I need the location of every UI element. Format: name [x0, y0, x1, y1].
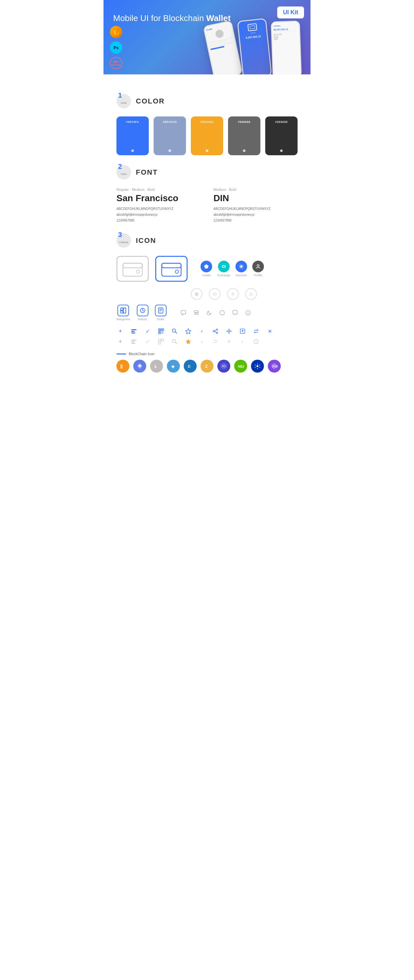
- chevron-ghost-icon: ‹: [198, 338, 206, 345]
- crypto-icons-row: ₿ Ł ◈: [116, 360, 298, 372]
- circle-icon: [218, 309, 226, 317]
- ghost-assets-icon: [191, 288, 202, 300]
- section-3-text: THREE: [119, 241, 129, 244]
- exchange-icon-group: Exchange: [217, 261, 230, 277]
- color-swatch-steel: #8DA0C8: [154, 116, 186, 155]
- din-uppercase: ABCDEFGHIJKLMNOPQRSTUVWXYZ: [213, 206, 298, 212]
- qr-icon: [157, 327, 165, 335]
- settings-icon: [225, 327, 233, 335]
- icon-section-header: 3 THREE ICON: [116, 233, 298, 248]
- svg-point-55: [228, 330, 230, 332]
- svg-rect-36: [131, 331, 135, 332]
- tool-icons: Ps 60+ Screens: [110, 26, 122, 69]
- speech-bubble-icon: [231, 309, 239, 317]
- section-1-number: 1: [118, 91, 122, 100]
- sf-numbers: 1234567890: [116, 218, 201, 223]
- svg-rect-35: [131, 329, 137, 330]
- wallet-icon-blue: [155, 256, 188, 282]
- color-swatch-orange: #F5A623: [191, 116, 223, 155]
- svg-point-47: [172, 329, 176, 332]
- color-swatch-gray: #666666: [228, 116, 260, 155]
- din-lowercase: abcdefghijklmnopqrstuvwxyz: [213, 212, 298, 218]
- btc-icon: ₿: [116, 360, 129, 372]
- dash-icon: D: [184, 360, 197, 372]
- svg-point-10: [240, 266, 242, 267]
- eth-icon: [133, 360, 146, 372]
- svg-point-11: [257, 264, 259, 267]
- main-content: 1 ONE COLOR #3574FA #8DA0C8 #F5A623 #666…: [104, 75, 310, 382]
- svg-point-7: [175, 270, 178, 273]
- section-3-title: ICON: [136, 236, 156, 245]
- section-3-circle: 3 THREE: [116, 233, 131, 248]
- svg-point-86: [260, 364, 260, 366]
- ghost-exchange-icon: [209, 288, 221, 300]
- iota-icon: IO: [217, 360, 230, 372]
- din-name: DIN: [213, 193, 298, 204]
- svg-line-65: [175, 342, 177, 344]
- svg-rect-26: [181, 310, 186, 314]
- svg-rect-45: [163, 332, 163, 334]
- blockchain-label-text: BlockChain Icon: [129, 352, 154, 356]
- section-2-number: 2: [118, 162, 122, 171]
- color-swatches-container: #3574FA #8DA0C8 #F5A623 #666666 #303030: [116, 116, 298, 155]
- sf-uppercase: ABCDEFGHIJKLMNOPQRSTUVWXYZ: [116, 206, 201, 212]
- discover-label: Discover: [236, 274, 247, 277]
- profile-label: Profile: [254, 274, 262, 277]
- ui-kit-badge: UI Kit: [277, 6, 304, 18]
- svg-rect-42: [162, 329, 163, 330]
- search-ghost-icon: [171, 338, 178, 345]
- svg-rect-63: [158, 342, 161, 344]
- blockchain-section: BlockChain Icon ₿ Ł: [116, 352, 298, 372]
- history-icon-group: History: [137, 305, 148, 321]
- management-icon: [118, 305, 129, 316]
- phone-mockup-right: myWallet $6,297,502.12 BTC ▲12,298 ETH ▲…: [271, 21, 302, 75]
- phone-mockup-center: myWallet 6,297,502.12: [237, 18, 272, 75]
- svg-text:NEO: NEO: [238, 364, 244, 368]
- svg-point-87: [255, 367, 256, 368]
- section-1-circle: 1 ONE: [116, 94, 131, 108]
- svg-point-85: [255, 364, 256, 366]
- svg-point-52: [217, 332, 218, 334]
- order-label: Order: [157, 318, 164, 321]
- section-2-text: TWO: [120, 173, 127, 176]
- svg-marker-12: [195, 292, 199, 296]
- order-icon: [155, 305, 167, 316]
- search-icon: [171, 327, 178, 335]
- chat-icon: [180, 309, 187, 317]
- chevron-left-icon: ‹: [198, 327, 206, 335]
- discover-icon: [236, 261, 247, 272]
- svg-text:Ł: Ł: [154, 364, 157, 369]
- arrow-right-ghost-icon: ›: [239, 338, 247, 345]
- svg-point-15: [250, 293, 252, 294]
- svg-rect-62: [161, 339, 164, 341]
- nav-icons-group: Assets Exchange Discover: [201, 261, 264, 277]
- star-icon: [184, 327, 192, 335]
- din-meta: Medium · Bold: [213, 188, 298, 191]
- history-label: History: [138, 318, 147, 321]
- svg-marker-66: [186, 339, 191, 344]
- svg-rect-29: [233, 310, 237, 314]
- sketch-icon: [110, 26, 122, 38]
- discover-icon-group: Discover: [236, 261, 247, 277]
- exchange-label: Exchange: [217, 274, 230, 277]
- svg-text:D: D: [188, 364, 191, 368]
- check-ghost-icon: ✓: [143, 338, 151, 345]
- sf-meta: Regular · Medium · Bold: [116, 188, 201, 191]
- svg-rect-6: [162, 263, 181, 268]
- xrb-icon: ◈: [167, 360, 180, 372]
- svg-rect-41: [159, 329, 160, 330]
- ghost-discover-icon: [227, 288, 239, 300]
- screens-count-badge: 60+ Screens: [110, 57, 122, 69]
- misc-icons-group: [180, 309, 252, 317]
- tool-icons-row-1: + ✓: [116, 327, 298, 335]
- svg-point-28: [220, 310, 225, 315]
- svg-point-21: [143, 309, 145, 310]
- svg-rect-58: [131, 340, 137, 340]
- svg-text:₿: ₿: [120, 364, 123, 369]
- svg-rect-60: [131, 343, 135, 344]
- svg-rect-19: [124, 308, 126, 313]
- svg-point-51: [213, 331, 215, 332]
- section-2-circle: 2 TWO: [116, 165, 131, 180]
- svg-rect-3: [123, 263, 142, 268]
- din-numbers: 1234567890: [213, 218, 298, 223]
